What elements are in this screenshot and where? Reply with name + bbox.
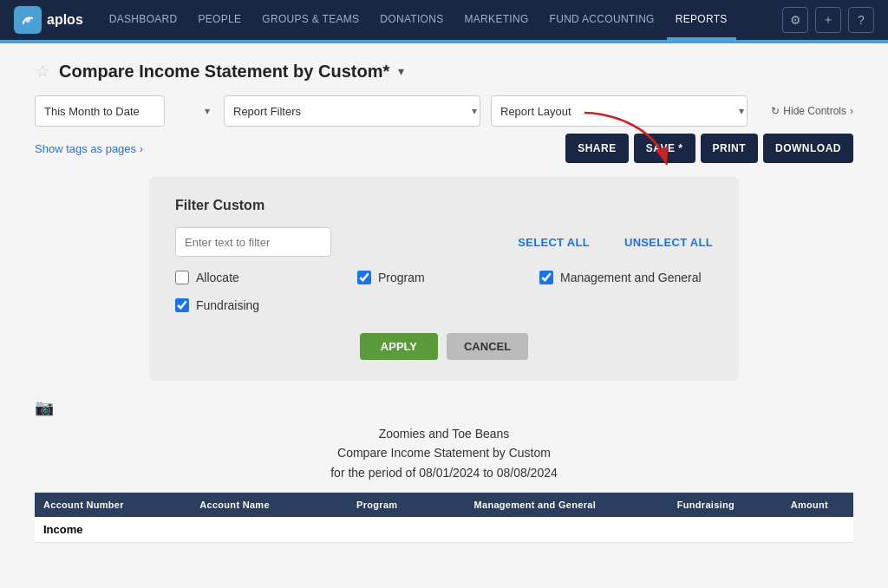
income-col6: [766, 517, 853, 543]
nav-donations[interactable]: DONATIONS: [371, 0, 452, 40]
report-section: 📷 Zoomies and Toe Beans Compare Income S…: [35, 398, 853, 543]
checkbox-management: Management and General: [539, 271, 713, 284]
checkbox-fundraising-label: Fundraising: [196, 298, 259, 312]
checkbox-fundraising-input[interactable]: [175, 298, 189, 312]
second-controls-row: Show tags as pages › SHARE SAVE * PRINT …: [35, 134, 853, 163]
nav-groups[interactable]: GROUPS & TEAMS: [253, 0, 368, 40]
checkbox-fundraising: Fundraising: [175, 298, 349, 312]
filter-actions: SELECT ALL UNSELECT ALL: [518, 236, 713, 249]
col-fundraising: Fundraising: [646, 493, 766, 517]
col-amount: Amount: [766, 493, 853, 517]
report-header-text: Zoomies and Toe Beans Compare Income Sta…: [35, 424, 853, 482]
action-buttons: SHARE SAVE * PRINT DOWNLOAD: [565, 134, 853, 163]
nav-dashboard[interactable]: DASHBOARD: [101, 0, 186, 40]
camera-icon[interactable]: 📷: [35, 398, 54, 417]
main-content: ☆ Compare Income Statement by Custom* ▾ …: [0, 43, 888, 560]
filter-panel-title: Filter Custom: [175, 198, 713, 213]
income-col3: [330, 517, 424, 543]
col-program: Program: [330, 493, 424, 517]
show-tags-link[interactable]: Show tags as pages ›: [35, 142, 143, 155]
svg-point-0: [25, 17, 30, 23]
checkbox-program: Program: [357, 271, 531, 284]
select-all-link[interactable]: SELECT ALL: [518, 236, 590, 249]
income-col2: [191, 517, 330, 543]
hide-controls-btn[interactable]: ↻ Hide Controls ›: [771, 105, 853, 117]
checkbox-allocate-label: Allocate: [196, 271, 239, 284]
nav-fund-accounting[interactable]: FUND ACCOUNTING: [541, 0, 663, 40]
help-icon[interactable]: ?: [848, 7, 874, 33]
filter-search-row: SELECT ALL UNSELECT ALL: [175, 227, 713, 257]
cancel-button[interactable]: CANCEL: [447, 333, 528, 360]
report-name: Compare Income Statement by Custom: [35, 443, 853, 462]
checkbox-allocate: Allocate: [175, 271, 349, 284]
page-header: ☆ Compare Income Statement by Custom* ▾: [35, 61, 853, 82]
filter-select-wrapper: Report Filters: [224, 95, 484, 127]
report-table-header: Account Number Account Name Program Mana…: [35, 493, 853, 517]
nav-people[interactable]: PEOPLE: [190, 0, 251, 40]
filter-panel: Filter Custom SELECT ALL UNSELECT ALL Al…: [149, 177, 739, 381]
filter-buttons: APPLY CANCEL: [175, 333, 713, 360]
checkbox-program-label: Program: [378, 271, 425, 284]
report-table-body: Income: [35, 517, 853, 543]
download-button[interactable]: DOWNLOAD: [763, 134, 853, 163]
nav-icons: ⚙ ＋ ?: [782, 7, 874, 33]
report-filters-select[interactable]: Report Filters: [224, 95, 480, 127]
apply-button[interactable]: APPLY: [360, 333, 438, 360]
checkbox-management-label: Management and General: [560, 271, 702, 284]
org-name: Zoomies and Toe Beans: [35, 424, 853, 443]
nav-marketing[interactable]: MARKETING: [456, 0, 538, 40]
nav-reports[interactable]: REPORTS: [667, 0, 736, 40]
checkbox-grid: Allocate Program Management and General …: [175, 271, 713, 312]
logo-text: aplos: [47, 12, 83, 28]
report-table: Account Number Account Name Program Mana…: [35, 493, 853, 543]
refresh-icon: ↻: [771, 105, 780, 117]
logo-icon: [14, 6, 42, 34]
settings-icon[interactable]: ⚙: [782, 7, 808, 33]
col-account-name: Account Name: [191, 493, 330, 517]
report-period: for the period of 08/01/2024 to 08/08/20…: [35, 463, 853, 482]
print-button[interactable]: PRINT: [701, 134, 759, 163]
income-col5: [646, 517, 766, 543]
share-button[interactable]: SHARE: [565, 134, 629, 163]
unselect-all-link[interactable]: UNSELECT ALL: [624, 236, 713, 249]
date-select-wrapper: This Month to Date: [35, 95, 217, 127]
checkbox-management-input[interactable]: [539, 271, 553, 284]
title-dropdown-icon[interactable]: ▾: [398, 64, 404, 78]
favorite-icon[interactable]: ☆: [35, 61, 50, 82]
income-label: Income: [35, 517, 191, 543]
income-col4: [424, 517, 646, 543]
filter-search-input[interactable]: [175, 227, 331, 257]
report-layout-select[interactable]: Report Layout: [491, 95, 748, 127]
checkbox-program-input[interactable]: [357, 271, 371, 284]
date-select[interactable]: This Month to Date: [35, 95, 165, 127]
checkbox-allocate-input[interactable]: [175, 271, 189, 284]
income-section-row: Income: [35, 517, 853, 543]
layout-select-wrapper: Report Layout: [491, 95, 751, 127]
save-button[interactable]: SAVE *: [634, 134, 695, 163]
header-row: Account Number Account Name Program Mana…: [35, 493, 853, 517]
page-title: Compare Income Statement by Custom*: [59, 62, 389, 82]
col-management: Management and General: [424, 493, 646, 517]
navbar: aplos DASHBOARD PEOPLE GROUPS & TEAMS DO…: [0, 0, 888, 40]
logo[interactable]: aplos: [14, 6, 83, 34]
controls-row: This Month to Date Report Filters Report…: [35, 95, 853, 127]
col-account-number: Account Number: [35, 493, 191, 517]
add-icon[interactable]: ＋: [815, 7, 841, 33]
